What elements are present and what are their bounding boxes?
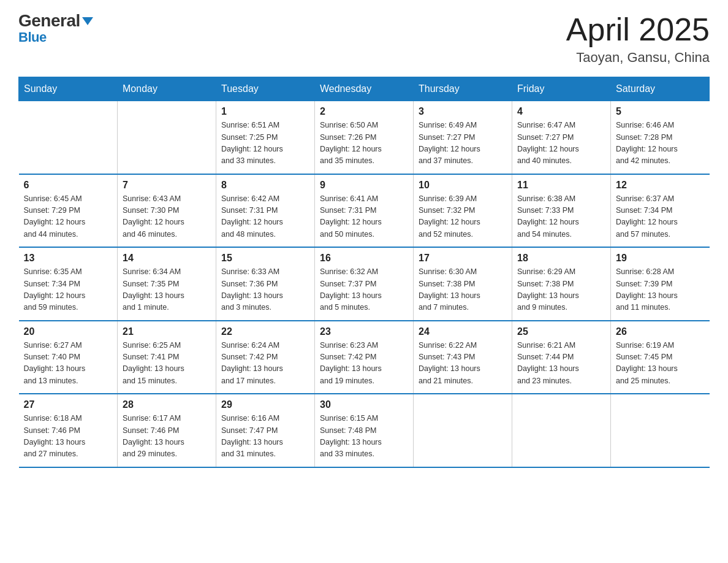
calendar-cell bbox=[512, 394, 611, 467]
day-info: Sunrise: 6:41 AMSunset: 7:31 PMDaylight:… bbox=[320, 193, 408, 241]
day-number: 18 bbox=[517, 253, 605, 264]
day-info: Sunrise: 6:29 AMSunset: 7:38 PMDaylight:… bbox=[517, 266, 605, 314]
calendar-cell: 21Sunrise: 6:25 AMSunset: 7:41 PMDayligh… bbox=[118, 321, 216, 394]
calendar-cell: 2Sunrise: 6:50 AMSunset: 7:26 PMDaylight… bbox=[315, 101, 414, 174]
location-text: Taoyan, Gansu, China bbox=[566, 50, 710, 66]
calendar-week-row: 27Sunrise: 6:18 AMSunset: 7:46 PMDayligh… bbox=[19, 394, 710, 467]
calendar-week-row: 13Sunrise: 6:35 AMSunset: 7:34 PMDayligh… bbox=[19, 247, 710, 321]
calendar-cell: 8Sunrise: 6:42 AMSunset: 7:31 PMDaylight… bbox=[216, 174, 315, 248]
calendar-cell: 27Sunrise: 6:18 AMSunset: 7:46 PMDayligh… bbox=[19, 394, 118, 467]
calendar-cell: 18Sunrise: 6:29 AMSunset: 7:38 PMDayligh… bbox=[512, 247, 611, 321]
day-info: Sunrise: 6:32 AMSunset: 7:37 PMDaylight:… bbox=[320, 266, 408, 314]
day-number: 14 bbox=[123, 253, 211, 264]
weekday-header-thursday: Thursday bbox=[414, 77, 512, 101]
day-info: Sunrise: 6:50 AMSunset: 7:26 PMDaylight:… bbox=[320, 120, 408, 167]
day-number: 20 bbox=[24, 326, 113, 337]
day-info: Sunrise: 6:46 AMSunset: 7:28 PMDaylight:… bbox=[616, 120, 705, 167]
logo-general-text: General bbox=[18, 12, 93, 29]
day-info: Sunrise: 6:17 AMSunset: 7:46 PMDaylight:… bbox=[123, 413, 211, 461]
logo: General Blue bbox=[18, 12, 93, 45]
day-number: 11 bbox=[517, 180, 605, 191]
weekday-header-monday: Monday bbox=[118, 77, 216, 101]
day-info: Sunrise: 6:35 AMSunset: 7:34 PMDaylight:… bbox=[24, 266, 113, 314]
calendar-cell: 5Sunrise: 6:46 AMSunset: 7:28 PMDaylight… bbox=[611, 101, 710, 174]
day-number: 15 bbox=[221, 253, 309, 264]
calendar-week-row: 6Sunrise: 6:45 AMSunset: 7:29 PMDaylight… bbox=[19, 174, 710, 248]
calendar-cell bbox=[118, 101, 216, 174]
day-info: Sunrise: 6:23 AMSunset: 7:42 PMDaylight:… bbox=[320, 340, 408, 388]
day-number: 1 bbox=[221, 106, 309, 117]
calendar-cell: 23Sunrise: 6:23 AMSunset: 7:42 PMDayligh… bbox=[315, 321, 414, 394]
day-info: Sunrise: 6:33 AMSunset: 7:36 PMDaylight:… bbox=[221, 266, 309, 314]
month-title: April 2025 bbox=[566, 12, 710, 47]
calendar-cell: 17Sunrise: 6:30 AMSunset: 7:38 PMDayligh… bbox=[414, 247, 512, 321]
day-number: 3 bbox=[419, 106, 507, 117]
day-number: 10 bbox=[419, 180, 507, 191]
day-number: 8 bbox=[221, 180, 309, 191]
day-info: Sunrise: 6:22 AMSunset: 7:43 PMDaylight:… bbox=[419, 340, 507, 388]
day-info: Sunrise: 6:39 AMSunset: 7:32 PMDaylight:… bbox=[419, 193, 507, 241]
day-number: 19 bbox=[616, 253, 705, 264]
day-number: 7 bbox=[123, 180, 211, 191]
calendar-cell: 14Sunrise: 6:34 AMSunset: 7:35 PMDayligh… bbox=[118, 247, 216, 321]
day-number: 6 bbox=[24, 180, 113, 191]
day-info: Sunrise: 6:37 AMSunset: 7:34 PMDaylight:… bbox=[616, 193, 705, 241]
logo-blue-text: Blue bbox=[18, 29, 47, 45]
day-info: Sunrise: 6:47 AMSunset: 7:27 PMDaylight:… bbox=[517, 120, 605, 167]
day-number: 9 bbox=[320, 180, 408, 191]
weekday-header-wednesday: Wednesday bbox=[315, 77, 414, 101]
calendar-cell bbox=[414, 394, 512, 467]
title-block: April 2025 Taoyan, Gansu, China bbox=[566, 12, 710, 66]
day-info: Sunrise: 6:49 AMSunset: 7:27 PMDaylight:… bbox=[419, 120, 507, 167]
day-info: Sunrise: 6:34 AMSunset: 7:35 PMDaylight:… bbox=[123, 266, 211, 314]
day-info: Sunrise: 6:25 AMSunset: 7:41 PMDaylight:… bbox=[123, 340, 211, 388]
weekday-header-tuesday: Tuesday bbox=[216, 77, 315, 101]
calendar-header: SundayMondayTuesdayWednesdayThursdayFrid… bbox=[19, 77, 710, 101]
weekday-header-row: SundayMondayTuesdayWednesdayThursdayFrid… bbox=[19, 77, 710, 101]
day-info: Sunrise: 6:16 AMSunset: 7:47 PMDaylight:… bbox=[221, 413, 309, 461]
day-number: 17 bbox=[419, 253, 507, 264]
calendar-cell: 26Sunrise: 6:19 AMSunset: 7:45 PMDayligh… bbox=[611, 321, 710, 394]
day-number: 24 bbox=[419, 326, 507, 337]
day-number: 22 bbox=[221, 326, 309, 337]
day-info: Sunrise: 6:38 AMSunset: 7:33 PMDaylight:… bbox=[517, 193, 605, 241]
calendar-cell: 15Sunrise: 6:33 AMSunset: 7:36 PMDayligh… bbox=[216, 247, 315, 321]
calendar-cell: 29Sunrise: 6:16 AMSunset: 7:47 PMDayligh… bbox=[216, 394, 315, 467]
calendar-cell: 9Sunrise: 6:41 AMSunset: 7:31 PMDaylight… bbox=[315, 174, 414, 248]
calendar-cell: 25Sunrise: 6:21 AMSunset: 7:44 PMDayligh… bbox=[512, 321, 611, 394]
day-info: Sunrise: 6:19 AMSunset: 7:45 PMDaylight:… bbox=[616, 340, 705, 388]
day-number: 27 bbox=[24, 399, 113, 410]
calendar-table: SundayMondayTuesdayWednesdayThursdayFrid… bbox=[18, 77, 710, 468]
calendar-body: 1Sunrise: 6:51 AMSunset: 7:25 PMDaylight… bbox=[19, 101, 710, 467]
calendar-cell: 3Sunrise: 6:49 AMSunset: 7:27 PMDaylight… bbox=[414, 101, 512, 174]
day-number: 23 bbox=[320, 326, 408, 337]
day-info: Sunrise: 6:28 AMSunset: 7:39 PMDaylight:… bbox=[616, 266, 705, 314]
day-info: Sunrise: 6:45 AMSunset: 7:29 PMDaylight:… bbox=[24, 193, 113, 241]
day-number: 2 bbox=[320, 106, 408, 117]
weekday-header-saturday: Saturday bbox=[611, 77, 710, 101]
calendar-cell: 10Sunrise: 6:39 AMSunset: 7:32 PMDayligh… bbox=[414, 174, 512, 248]
calendar-cell: 30Sunrise: 6:15 AMSunset: 7:48 PMDayligh… bbox=[315, 394, 414, 467]
calendar-cell bbox=[19, 101, 118, 174]
day-number: 25 bbox=[517, 326, 605, 337]
day-number: 4 bbox=[517, 106, 605, 117]
day-info: Sunrise: 6:21 AMSunset: 7:44 PMDaylight:… bbox=[517, 340, 605, 388]
day-info: Sunrise: 6:43 AMSunset: 7:30 PMDaylight:… bbox=[123, 193, 211, 241]
calendar-cell: 6Sunrise: 6:45 AMSunset: 7:29 PMDaylight… bbox=[19, 174, 118, 248]
calendar-cell: 28Sunrise: 6:17 AMSunset: 7:46 PMDayligh… bbox=[118, 394, 216, 467]
calendar-cell: 7Sunrise: 6:43 AMSunset: 7:30 PMDaylight… bbox=[118, 174, 216, 248]
day-info: Sunrise: 6:30 AMSunset: 7:38 PMDaylight:… bbox=[419, 266, 507, 314]
day-number: 13 bbox=[24, 253, 113, 264]
day-number: 12 bbox=[616, 180, 705, 191]
calendar-cell bbox=[611, 394, 710, 467]
day-number: 29 bbox=[221, 399, 309, 410]
calendar-cell: 16Sunrise: 6:32 AMSunset: 7:37 PMDayligh… bbox=[315, 247, 414, 321]
page-header: General Blue April 2025 Taoyan, Gansu, C… bbox=[18, 12, 710, 66]
calendar-cell: 19Sunrise: 6:28 AMSunset: 7:39 PMDayligh… bbox=[611, 247, 710, 321]
calendar-cell: 13Sunrise: 6:35 AMSunset: 7:34 PMDayligh… bbox=[19, 247, 118, 321]
calendar-cell: 22Sunrise: 6:24 AMSunset: 7:42 PMDayligh… bbox=[216, 321, 315, 394]
calendar-cell: 20Sunrise: 6:27 AMSunset: 7:40 PMDayligh… bbox=[19, 321, 118, 394]
day-number: 30 bbox=[320, 399, 408, 410]
day-info: Sunrise: 6:51 AMSunset: 7:25 PMDaylight:… bbox=[221, 120, 309, 167]
calendar-cell: 24Sunrise: 6:22 AMSunset: 7:43 PMDayligh… bbox=[414, 321, 512, 394]
